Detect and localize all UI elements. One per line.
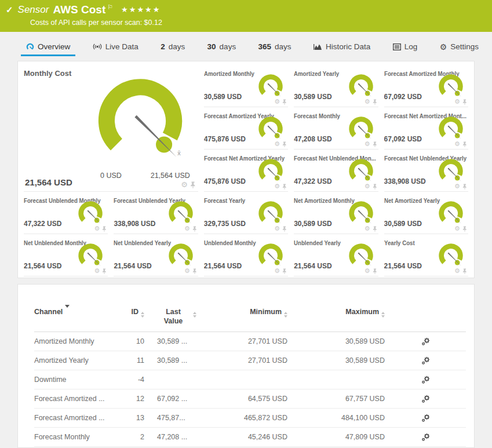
small-gauge-cell[interactable]: Amortized Yearly 30,589 USD ⚙ bbox=[294, 65, 378, 107]
small-gauge-cell[interactable]: Forecast Unblended Yearly 338,908 USD ⚙ bbox=[114, 192, 198, 234]
tab-30-days[interactable]: 30 days bbox=[202, 39, 242, 56]
pin-icon[interactable] bbox=[373, 141, 377, 147]
channel-name[interactable]: Forecast Monthly bbox=[34, 433, 110, 441]
channel-gear-icon[interactable]: ⚙ bbox=[181, 181, 188, 188]
pin-icon[interactable] bbox=[192, 268, 197, 274]
channel-gear-icon[interactable]: ⚙ bbox=[184, 225, 190, 232]
pin-icon[interactable] bbox=[462, 226, 467, 232]
small-gauge-cell[interactable]: Forecast Amortized Yearly 475,876 USD ⚙ bbox=[204, 107, 288, 150]
pin-icon[interactable] bbox=[282, 141, 287, 147]
small-gauge-cell[interactable]: Net Amortized Yearly 30,589 USD ⚙ bbox=[384, 192, 468, 234]
tab-historic-data[interactable]: Historic Data bbox=[308, 39, 376, 56]
channel-gear-icon[interactable]: ⚙ bbox=[274, 99, 280, 105]
tab-live-data[interactable]: Live Data bbox=[88, 39, 144, 56]
column-header-channel[interactable]: Channel bbox=[34, 308, 110, 317]
channel-gear-icon[interactable]: ⚙ bbox=[454, 183, 460, 190]
small-gauge-cell[interactable]: Amortized Monthly 30,589 USD ⚙ bbox=[204, 65, 288, 107]
gauge-value: 30,589 USD bbox=[294, 220, 331, 228]
small-gauge-cell[interactable]: Forecast Net Unblended Yearly 338,908 US… bbox=[384, 150, 468, 192]
channel-last-value: 30,589 ... bbox=[144, 356, 208, 365]
channel-gear-icon[interactable]: ⚙ bbox=[365, 99, 370, 105]
tab-log[interactable]: Log bbox=[388, 39, 423, 56]
pin-icon[interactable] bbox=[282, 268, 287, 274]
channel-settings-icon[interactable] bbox=[421, 337, 430, 346]
small-gauge-cell[interactable]: Unblended Monthly 21,564 USD ⚙ bbox=[204, 234, 288, 276]
pin-icon[interactable] bbox=[373, 184, 377, 190]
channel-gear-icon[interactable]: ⚙ bbox=[274, 183, 280, 190]
sort-icon bbox=[381, 308, 385, 318]
gauge-value: 21,564 USD bbox=[24, 262, 61, 270]
small-gauge-cell[interactable]: Forecast Monthly 47,208 USD ⚙ bbox=[294, 107, 378, 150]
gauge-value: 67,092 USD bbox=[384, 93, 422, 101]
channel-gear-icon[interactable]: ⚙ bbox=[454, 99, 460, 105]
channel-gear-icon[interactable]: ⚙ bbox=[94, 268, 100, 274]
sensor-title: AWS Cost bbox=[53, 3, 105, 16]
channel-settings-icon[interactable] bbox=[421, 395, 430, 403]
pin-icon[interactable] bbox=[102, 268, 107, 274]
tab-number: 2 bbox=[161, 42, 165, 51]
channel-name[interactable]: Downtime bbox=[34, 376, 110, 384]
pin-icon[interactable] bbox=[282, 99, 287, 105]
small-gauge-cell[interactable]: Forecast Net Unblended Mon... 47,322 USD… bbox=[294, 150, 378, 192]
tab-365-days[interactable]: 365 days bbox=[253, 39, 297, 56]
channel-settings-icon[interactable] bbox=[421, 433, 430, 442]
small-gauge-cell[interactable]: Unblended Yearly 21,564 USD ⚙ bbox=[294, 234, 378, 276]
channel-settings-icon[interactable] bbox=[421, 356, 430, 365]
channel-gear-icon[interactable]: ⚙ bbox=[184, 268, 190, 274]
pin-icon[interactable] bbox=[462, 99, 467, 105]
channel-gear-icon[interactable]: ⚙ bbox=[365, 141, 370, 147]
pin-icon[interactable] bbox=[190, 181, 196, 188]
pin-icon[interactable] bbox=[192, 226, 197, 232]
channel-name[interactable]: Forecast Amortized ... bbox=[34, 395, 110, 403]
small-gauge-cell[interactable]: Net Unblended Monthly 21,564 USD ⚙ bbox=[24, 234, 108, 276]
pin-icon[interactable] bbox=[373, 99, 377, 105]
channel-settings-icon[interactable] bbox=[421, 414, 430, 422]
pin-icon[interactable] bbox=[462, 268, 467, 274]
priority-stars[interactable]: ★★★★★ bbox=[121, 5, 161, 14]
channel-gear-icon[interactable]: ⚙ bbox=[274, 225, 280, 232]
channel-gear-icon[interactable]: ⚙ bbox=[274, 268, 280, 274]
small-gauge-cell[interactable]: Net Unblended Yearly 21,564 USD ⚙ bbox=[114, 234, 198, 276]
small-gauge-cell[interactable]: Forecast Net Amortized Mont... 67,092 US… bbox=[384, 107, 468, 150]
channel-gear-icon[interactable]: ⚙ bbox=[365, 183, 370, 190]
tab-settings[interactable]: ⚙ Settings bbox=[435, 39, 484, 56]
pin-icon[interactable] bbox=[462, 184, 467, 190]
channel-gear-icon[interactable]: ⚙ bbox=[454, 225, 460, 232]
channel-name[interactable]: Amortized Monthly bbox=[34, 337, 110, 345]
channel-name[interactable]: Forecast Amortized ... bbox=[34, 414, 110, 422]
tab-label: days bbox=[220, 42, 236, 51]
pin-icon[interactable] bbox=[102, 226, 107, 232]
tab-2-days[interactable]: 2 days bbox=[155, 39, 190, 56]
small-gauge-cell[interactable]: Forecast Yearly 329,735 USD ⚙ bbox=[204, 192, 288, 234]
channel-id: 13 bbox=[110, 414, 144, 422]
tab-bar: Overview Live Data 2 days 30 days 365 da… bbox=[0, 32, 492, 56]
channel-gear-icon[interactable]: ⚙ bbox=[365, 225, 370, 232]
pin-icon[interactable] bbox=[373, 268, 377, 274]
pin-icon[interactable] bbox=[282, 184, 287, 190]
channel-gear-icon[interactable]: ⚙ bbox=[454, 141, 460, 147]
channel-maximum: 67,757 USD bbox=[287, 395, 385, 403]
pin-icon[interactable] bbox=[373, 226, 377, 232]
tab-overview[interactable]: Overview bbox=[21, 39, 75, 56]
channel-gear-icon[interactable]: ⚙ bbox=[454, 268, 460, 274]
column-header-maximum[interactable]: Maximum bbox=[287, 308, 385, 318]
column-header-last-value[interactable]: Last Value bbox=[144, 308, 208, 326]
flag-icon[interactable]: ⚐ bbox=[107, 3, 113, 11]
small-gauge-cell[interactable]: Net Amortized Monthly 30,589 USD ⚙ bbox=[294, 192, 378, 234]
column-header-minimum[interactable]: Minimum bbox=[208, 308, 287, 318]
small-gauge-cell[interactable]: Yearly Cost 21,564 USD ⚙ bbox=[384, 234, 468, 276]
channel-name[interactable]: Amortized Yearly bbox=[34, 356, 110, 365]
small-gauge-cell[interactable]: Forecast Amortized Monthly 67,092 USD ⚙ bbox=[384, 65, 468, 107]
primary-gauge-cell[interactable]: Monthly Cost x̄ 0 USD 21,564 USD 21,564 … bbox=[24, 65, 198, 192]
column-header-id[interactable]: ID bbox=[110, 308, 144, 318]
channel-settings-icon[interactable] bbox=[421, 376, 430, 384]
gauge-value: 47,208 USD bbox=[294, 135, 331, 143]
tab-label: days bbox=[169, 42, 185, 51]
channel-gear-icon[interactable]: ⚙ bbox=[274, 141, 280, 147]
pin-icon[interactable] bbox=[282, 226, 287, 232]
pin-icon[interactable] bbox=[462, 141, 467, 147]
small-gauge-cell[interactable]: Forecast Net Amortized Yearly 475,876 US… bbox=[204, 150, 288, 192]
channel-gear-icon[interactable]: ⚙ bbox=[94, 225, 100, 232]
small-gauge-cell[interactable]: Forecast Unblended Monthly 47,322 USD ⚙ bbox=[24, 192, 108, 234]
channel-gear-icon[interactable]: ⚙ bbox=[365, 268, 370, 274]
